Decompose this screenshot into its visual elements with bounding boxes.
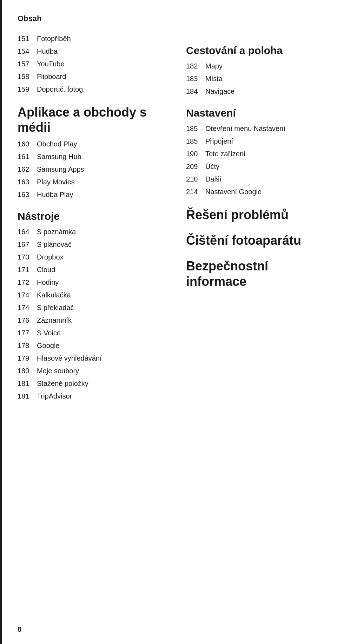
two-column-layout: 151Fotopříběh154Hudba157YouTube158Flipbo… (18, 34, 319, 408)
toc-text: Fotopříběh (37, 34, 71, 44)
section1-block: Aplikace a obchody s médii 160Obchod Pla… (18, 105, 151, 199)
left-border (0, 0, 2, 644)
toc-item: 160Obchod Play (18, 139, 151, 149)
toc-item: 151Fotopříběh (18, 34, 151, 44)
toc-number: 157 (18, 59, 37, 69)
toc-text: Obchod Play (37, 139, 77, 149)
toc-text: Záznamník (37, 315, 72, 325)
toc-number: 160 (18, 139, 37, 149)
toc-number: 190 (186, 149, 205, 159)
toc-item: 180Moje soubory (18, 366, 151, 376)
r-section3-heading: Řešení problémů (186, 207, 319, 222)
toc-text: Místa (205, 74, 223, 84)
r-section5-block: Bezpečnostní informace (186, 258, 319, 289)
toc-text: Stažené položky (37, 379, 88, 388)
toc-text: Nastavení Google (205, 187, 262, 197)
toc-number: 167 (18, 239, 37, 249)
toc-number: 179 (18, 353, 37, 363)
toc-text: Cloud (37, 265, 55, 275)
r-section1-items-group: 182Mapy183Místa184Navigace (186, 61, 319, 96)
toc-item: 210Další (186, 174, 319, 184)
toc-number: 182 (186, 61, 205, 71)
toc-text: Samsung Apps (37, 164, 84, 174)
toc-item: 158Flipboard (18, 72, 151, 81)
toc-text: Navigace (205, 86, 234, 96)
r-section2-block: Nastavení 185Otevření menu Nastavení185P… (186, 107, 319, 197)
toc-text: Otevření menu Nastavení (205, 124, 285, 133)
toc-number: 177 (18, 328, 37, 338)
toc-text: Kalkulačka (37, 290, 71, 300)
toc-item: 190Toto zařízení (186, 149, 319, 159)
intro-items-group: 151Fotopříběh154Hudba157YouTube158Flipbo… (18, 34, 151, 94)
r-section1-heading: Cestování a poloha (186, 44, 319, 57)
toc-number: 170 (18, 252, 37, 262)
toc-item: 162Samsung Apps (18, 164, 151, 174)
toc-number: 174 (18, 290, 37, 300)
toc-text: Hudba (37, 46, 58, 56)
toc-text: Hodiny (37, 277, 59, 287)
toc-number: 158 (18, 72, 37, 81)
toc-text: Doporuč. fotog. (37, 84, 85, 94)
toc-item: 167S plánovač (18, 239, 151, 249)
section2-items-group: 164S poznámka167S plánovač170Dropbox171C… (18, 227, 151, 401)
toc-text: Účty (205, 162, 219, 171)
toc-number: 154 (18, 46, 37, 56)
toc-number: 181 (18, 391, 37, 401)
toc-text: S překladač (37, 303, 74, 313)
toc-number: 181 (18, 379, 37, 388)
toc-number: 184 (186, 86, 205, 96)
toc-text: S plánovač (37, 239, 72, 249)
toc-item: 214Nastavení Google (186, 187, 319, 197)
section1-heading: Aplikace a obchody s médii (18, 105, 151, 135)
toc-number: 176 (18, 315, 37, 325)
toc-number: 161 (18, 152, 37, 162)
toc-item: 176Záznamník (18, 315, 151, 325)
r-section5-heading: Bezpečnostní informace (186, 258, 319, 289)
toc-item: 157YouTube (18, 59, 151, 69)
toc-text: Hlasové vyhledávání (37, 353, 102, 363)
toc-number: 162 (18, 164, 37, 174)
toc-number: 209 (186, 162, 205, 171)
toc-text: Play Movies (37, 177, 75, 187)
r-section2-heading: Nastavení (186, 107, 319, 119)
toc-text: Hudba Play (37, 190, 73, 199)
toc-item: 174Kalkulačka (18, 290, 151, 300)
toc-item: 159Doporuč. fotog. (18, 84, 151, 94)
section1-items-group: 160Obchod Play161Samsung Hub162Samsung A… (18, 139, 151, 199)
toc-item: 184Navigace (186, 86, 319, 96)
r-section1-block: Cestování a poloha 182Mapy183Místa184Nav… (186, 44, 319, 96)
toc-item: 178Google (18, 341, 151, 350)
toc-text: Samsung Hub (37, 152, 81, 162)
toc-text: Flipboard (37, 72, 66, 81)
toc-text: Připojení (205, 136, 233, 146)
toc-item: 172Hodiny (18, 277, 151, 287)
toc-text: TripAdvisor (37, 391, 72, 401)
toc-number: 171 (18, 265, 37, 275)
toc-item: 174S překladač (18, 303, 151, 313)
toc-number: 185 (186, 124, 205, 133)
toc-item: 181TripAdvisor (18, 391, 151, 401)
toc-text: Další (205, 174, 222, 184)
toc-number: 214 (186, 187, 205, 197)
toc-item: 185Připojení (186, 136, 319, 146)
page-label: Obsah (18, 14, 319, 23)
right-column: Cestování a poloha 182Mapy183Místa184Nav… (179, 34, 319, 408)
toc-number: 159 (18, 84, 37, 94)
header-section: Obsah (18, 14, 319, 23)
toc-item: 182Mapy (186, 61, 319, 71)
toc-item: 171Cloud (18, 265, 151, 275)
toc-number: 164 (18, 227, 37, 237)
toc-text: Toto zařízení (205, 149, 246, 159)
r-section3-block: Řešení problémů (186, 207, 319, 222)
r-section2-items-group: 185Otevření menu Nastavení185Připojení19… (186, 124, 319, 197)
page-container: Obsah 151Fotopříběh154Hudba157YouTube158… (0, 0, 337, 644)
toc-number: 183 (186, 74, 205, 84)
toc-item: 163Play Movies (18, 177, 151, 187)
toc-number: 210 (186, 174, 205, 184)
toc-item: 177S Voice (18, 328, 151, 338)
toc-number: 163 (18, 190, 37, 199)
toc-text: YouTube (37, 59, 65, 69)
toc-text: Google (37, 341, 60, 350)
toc-item: 179Hlasové vyhledávání (18, 353, 151, 363)
toc-text: S poznámka (37, 227, 76, 237)
